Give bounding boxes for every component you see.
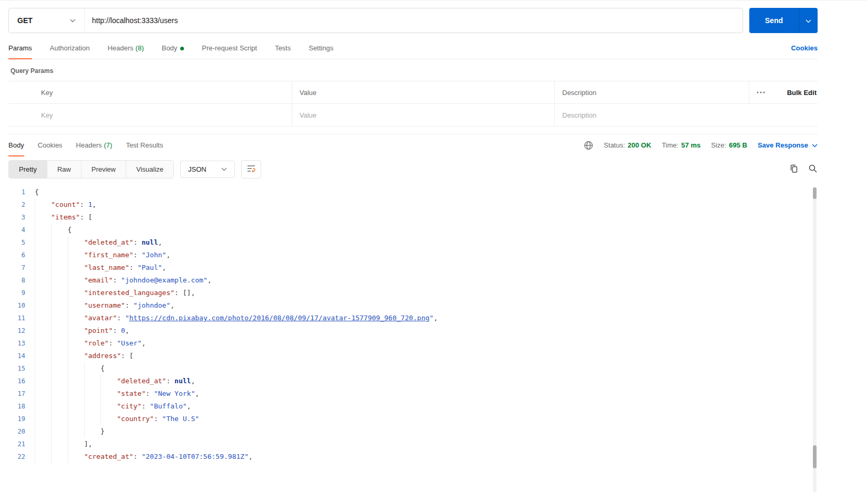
code-line: 20} <box>8 425 818 438</box>
indent-guide <box>84 362 100 375</box>
save-response-button[interactable]: Save Response <box>758 141 818 149</box>
line-number: 3 <box>8 211 35 224</box>
view-mode-switcher: Pretty Raw Preview Visualize <box>8 160 174 178</box>
tab-label: Body <box>8 141 24 149</box>
code-line: 16"deleted_at": null, <box>8 375 818 387</box>
copy-icon <box>789 164 799 175</box>
view-preview[interactable]: Preview <box>81 161 126 178</box>
code-text: { <box>35 362 105 375</box>
code-line: 10"username": "johndoe", <box>8 299 818 312</box>
indent-guide <box>100 387 117 400</box>
bulk-edit-button[interactable]: Bulk Edit <box>787 89 817 97</box>
response-tab-cookies[interactable]: Cookies <box>38 134 63 156</box>
line-number: 21 <box>8 438 35 450</box>
indent-guide <box>68 261 84 274</box>
indent-guide <box>35 299 51 312</box>
code-token: : <box>141 402 150 410</box>
indent-guide <box>51 299 67 312</box>
tab-body[interactable]: Body <box>162 37 184 59</box>
request-bar: GET Send <box>8 8 818 33</box>
code-token: "Buffalo" <box>150 402 187 410</box>
code-token: : <box>154 415 162 423</box>
code-token: ], <box>84 440 92 448</box>
view-pretty[interactable]: Pretty <box>9 161 47 178</box>
code-token: "point" <box>84 327 113 334</box>
params-actions: Bulk Edit <box>749 81 818 103</box>
send-button[interactable]: Send <box>749 8 799 33</box>
pane-scrollbar-thumb[interactable] <box>813 445 817 468</box>
response-section: Body Cookies Headers(7) Test Results <box>8 134 818 495</box>
code-token: "state" <box>117 390 146 397</box>
code-token: , <box>187 402 191 410</box>
cookies-link[interactable]: Cookies <box>791 44 818 52</box>
indent-guide <box>51 425 67 438</box>
indent-guide <box>68 362 84 375</box>
response-headers-count: (7) <box>104 141 112 149</box>
code-token: "username" <box>84 301 125 309</box>
code-text: } <box>35 425 105 438</box>
tab-headers[interactable]: Headers(8) <box>108 37 144 59</box>
indent-guide <box>51 312 67 324</box>
code-token: 0 <box>121 327 125 334</box>
more-options-icon[interactable] <box>757 91 765 93</box>
param-description-input[interactable] <box>562 111 810 119</box>
indent-guide <box>100 413 117 425</box>
method-select[interactable]: GET <box>9 8 85 33</box>
indent-guide <box>51 362 67 375</box>
response-tab-test-results[interactable]: Test Results <box>126 134 163 156</box>
code-token: "deleted_at" <box>117 377 166 385</box>
tab-label: Authorization <box>50 44 90 52</box>
indent-guide <box>35 362 51 375</box>
code-token: { <box>100 364 105 372</box>
tab-settings[interactable]: Settings <box>308 37 333 59</box>
indent-guide <box>51 274 67 287</box>
tab-tests[interactable]: Tests <box>275 37 291 59</box>
search-button[interactable] <box>808 164 818 175</box>
code-line: 8"email": "johndoe@example.com", <box>8 274 818 287</box>
wrap-lines-button[interactable] <box>241 160 261 178</box>
tab-pre-request-script[interactable]: Pre-request Script <box>202 37 257 59</box>
tab-params[interactable]: Params <box>8 37 32 59</box>
send-options-button[interactable] <box>799 8 818 33</box>
code-line: 1{ <box>8 186 818 198</box>
param-value-input[interactable] <box>300 111 547 119</box>
code-line: 21], <box>8 438 818 450</box>
code-token: "John" <box>141 251 166 259</box>
response-tab-headers[interactable]: Headers(7) <box>76 134 112 156</box>
chevron-down-icon <box>221 167 227 171</box>
code-line: 15{ <box>8 362 818 375</box>
view-visualize[interactable]: Visualize <box>126 161 173 178</box>
network-globe-icon[interactable] <box>584 141 593 150</box>
copy-button[interactable] <box>789 164 799 175</box>
code-token: } <box>100 427 105 435</box>
indent-guide <box>68 249 84 261</box>
value-column-header: Value <box>292 81 555 103</box>
indent-guide <box>35 236 51 249</box>
code-text: "point": 0, <box>35 324 129 337</box>
code-link[interactable]: https://cdn.pixabay.com/photo/2016/08/08… <box>129 314 429 322</box>
param-key-input[interactable] <box>41 111 284 119</box>
indent-guide <box>35 413 51 425</box>
size-badge: Size:695 B <box>711 141 747 149</box>
indent-guide <box>51 224 67 236</box>
response-tab-body[interactable]: Body <box>8 134 24 156</box>
tab-authorization[interactable]: Authorization <box>50 37 90 59</box>
value-cell <box>292 104 555 126</box>
code-text: { <box>35 224 71 236</box>
format-select[interactable]: JSON <box>180 161 235 178</box>
url-input[interactable] <box>85 8 742 33</box>
code-text: "address": [ <box>35 350 133 362</box>
code-token: , <box>170 301 174 309</box>
scrollbar-thumb[interactable] <box>813 187 817 199</box>
code-token: : <box>146 390 154 397</box>
wrap-lines-icon <box>246 164 256 175</box>
code-text: "deleted_at": null, <box>35 375 195 387</box>
key-column-header: Key <box>34 81 292 103</box>
code-token: , <box>191 377 195 385</box>
scrollbar[interactable] <box>813 187 817 492</box>
indent-guide <box>51 438 67 450</box>
tab-label: Headers <box>76 141 102 149</box>
indent-guide <box>68 337 84 350</box>
view-raw[interactable]: Raw <box>47 161 81 178</box>
code-text: "deleted_at": null, <box>35 236 162 249</box>
